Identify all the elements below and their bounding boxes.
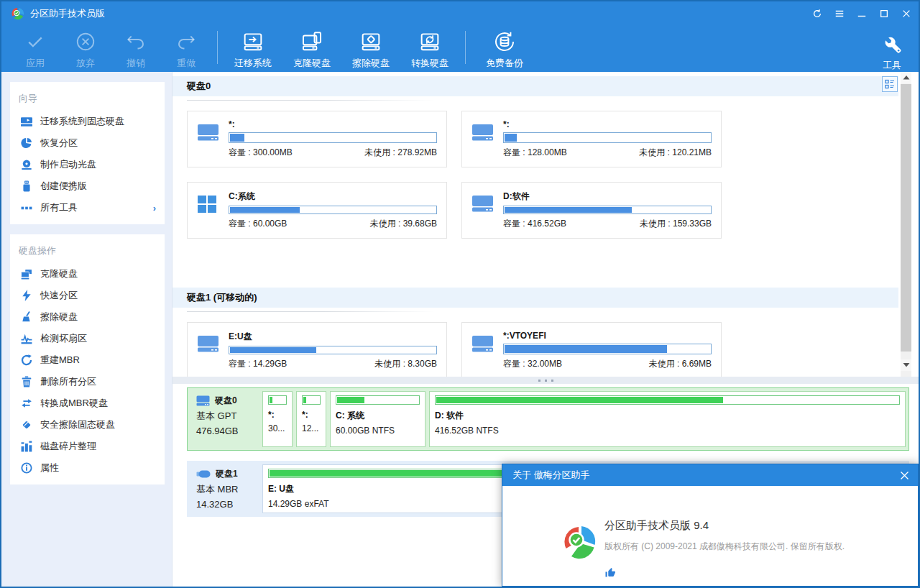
partition-card-c-system[interactable]: C:系统 容量 : 60.00GB 未使用 : 39.68GB: [187, 182, 447, 239]
sidebar-item-quick-partition[interactable]: 快速分区: [10, 285, 165, 306]
free-backup-button[interactable]: 免费备份: [472, 27, 538, 70]
discard-circle-x-icon: [75, 29, 96, 55]
app-header: 分区助手技术员版 应用 放弃: [1, 1, 919, 72]
discard-button[interactable]: 放弃: [60, 27, 111, 70]
disk0-header[interactable]: 硬盘0 基本 GPT 476.94GB: [188, 388, 259, 450]
disk-type: 基本 GPT: [196, 410, 259, 423]
broom-icon: [20, 311, 32, 323]
partition-size: 416.52GB NTFS: [435, 426, 900, 436]
sidebar-item-recover-partition[interactable]: 恢复分区: [10, 132, 165, 154]
menu-icon[interactable]: [834, 9, 845, 19]
partition-name: *:VTOYEFI: [503, 331, 712, 341]
usb-drive-icon: [196, 470, 211, 478]
scroll-down-arrow[interactable]: [901, 359, 911, 371]
clone-disk-button[interactable]: 克隆硬盘: [282, 27, 341, 70]
scrollbar-thumb[interactable]: [901, 84, 911, 352]
scroll-up-arrow[interactable]: [901, 72, 911, 83]
sidebar-item-convert-to-mbr[interactable]: 转换成MBR硬盘: [10, 392, 165, 414]
toolbar-separator: [465, 31, 466, 64]
info-circle-icon: [20, 462, 32, 474]
panel-splitter[interactable]: [172, 377, 919, 384]
undo-button[interactable]: 撤销: [111, 27, 161, 70]
sidebar-item-properties[interactable]: 属性: [10, 457, 165, 479]
close-icon[interactable]: [901, 9, 911, 19]
disk-size: 476.94GB: [196, 426, 259, 436]
titlebar: 分区助手技术员版: [1, 1, 919, 25]
migrate-system-button[interactable]: 迁移系统: [224, 27, 282, 70]
sidebar-item-rebuild-mbr[interactable]: 重建MBR: [10, 349, 165, 371]
partition-card-e-usb[interactable]: E:U盘 容量 : 14.29GB 未使用 : 8.30GB: [187, 322, 447, 377]
wipe-disk-button[interactable]: 擦除硬盘: [341, 27, 400, 70]
usage-bar-fill: [436, 397, 723, 403]
usage-bar: [435, 395, 900, 405]
sidebar-item-migrate-to-ssd[interactable]: 迁移系统到固态硬盘: [10, 111, 165, 132]
partition-size: 12...: [302, 423, 321, 433]
partition-name: *:: [503, 119, 712, 129]
partition-label: D: 软件: [435, 410, 900, 422]
unused-label: 未使用 : 278.92MB: [364, 147, 437, 159]
partition-label: *:: [302, 410, 321, 420]
disk1-section-header: 硬盘1 (可移动的): [172, 288, 898, 308]
maximize-icon[interactable]: [879, 9, 889, 19]
partition-size: 30...: [268, 423, 287, 433]
copyright-text: 版权所有 (C) 2009-2021 成都傲梅科技有限公司. 保留所有版权.: [604, 541, 845, 553]
convert-disk-button[interactable]: 转换硬盘: [400, 27, 459, 70]
wipe-disk-icon: [359, 29, 383, 55]
minimize-icon[interactable]: [857, 9, 867, 19]
sidebar-item-delete-all-partitions[interactable]: 删除所有分区: [10, 371, 165, 392]
sidebar-item-all-tools[interactable]: 所有工具 ›: [10, 197, 165, 219]
partition-size: 60.00GB NTFS: [336, 426, 420, 436]
usage-bar-fill: [337, 397, 364, 403]
about-dialog-title: 关于 傲梅分区助手: [512, 469, 590, 480]
partition-name: E:U盘: [229, 331, 437, 343]
ellipsis-icon: [20, 202, 32, 214]
thumbs-up-icon[interactable]: [604, 566, 616, 578]
redo-button[interactable]: 重做: [161, 27, 211, 70]
view-toggle-button[interactable]: [882, 76, 898, 92]
rebuild-circular-arrow-icon: [20, 354, 32, 367]
partition-label: *:: [268, 410, 287, 420]
sidebar-item-secure-erase-ssd[interactable]: 安全擦除固态硬盘: [10, 414, 165, 436]
sidebar-item-check-bad-sectors[interactable]: 检测坏扇区: [10, 328, 165, 349]
convert-disk-icon: [418, 29, 442, 55]
capacity-label: 容量 : 32.00MB: [503, 358, 562, 370]
partition-label: C: 系统: [336, 410, 420, 422]
disk0-partition-c[interactable]: C: 系统 60.00GB NTFS: [330, 391, 426, 447]
usage-bar-fill: [505, 207, 632, 213]
disk0-partition-1[interactable]: *: 30...: [262, 391, 293, 447]
partition-card-vtoyefi[interactable]: *:VTOYEFI 容量 : 32.00MB 未使用 : 6.69MB: [461, 322, 722, 377]
drive-icon: [197, 331, 229, 370]
disk0-row[interactable]: 硬盘0 基本 GPT 476.94GB *: 30... *: 12...: [187, 387, 909, 451]
unused-label: 未使用 : 159.33GB: [640, 218, 712, 230]
sidebar-item-wipe-disk[interactable]: 擦除硬盘: [10, 306, 165, 328]
dialog-close-icon[interactable]: [900, 464, 909, 486]
partition-card-star-128mb[interactable]: *: 容量 : 128.00MB 未使用 : 120.21MB: [461, 111, 722, 167]
sidebar-item-clone-disk[interactable]: 克隆硬盘: [10, 263, 165, 285]
usage-bar: [336, 395, 420, 405]
disk0-partition-2[interactable]: *: 12...: [296, 391, 326, 447]
apply-button[interactable]: 应用: [10, 27, 60, 70]
vertical-scrollbar[interactable]: [901, 72, 911, 377]
drive-icon: [472, 331, 503, 370]
lightning-icon: [20, 290, 32, 302]
disk1-header[interactable]: 硬盘1 基本 MBR 14.32GB: [188, 461, 259, 516]
sidebar-section-title: 向导: [10, 89, 165, 111]
sidebar-item-create-portable[interactable]: 创建便携版: [10, 175, 165, 197]
usb-stick-icon: [20, 180, 32, 193]
migrate-system-icon: [241, 29, 265, 55]
about-dialog-body: 分区助手技术员版 9.4 版权所有 (C) 2009-2021 成都傲梅科技有限…: [502, 486, 918, 588]
refresh-icon[interactable]: [812, 9, 822, 19]
drive-arrow-icon: [20, 116, 32, 128]
partition-card-star-300mb[interactable]: *: 容量 : 300.00MB 未使用 : 278.92MB: [187, 111, 447, 167]
sidebar-item-disk-defrag[interactable]: 磁盘碎片整理: [10, 436, 165, 457]
wrench-icon: [881, 31, 903, 57]
tools-button[interactable]: 工具: [870, 29, 914, 72]
partition-card-d-software[interactable]: D:软件 容量 : 416.52GB 未使用 : 159.33GB: [461, 182, 722, 239]
usage-bar-fill: [270, 397, 272, 403]
disk0-partition-d[interactable]: D: 软件 416.52GB NTFS: [429, 391, 906, 447]
sidebar-item-make-bootable-media[interactable]: 制作启动光盘: [10, 154, 165, 175]
undo-arrow-icon: [125, 29, 147, 55]
drive-icon: [472, 190, 503, 230]
unused-label: 未使用 : 39.68GB: [370, 218, 437, 230]
usage-bar-fill: [230, 347, 316, 353]
